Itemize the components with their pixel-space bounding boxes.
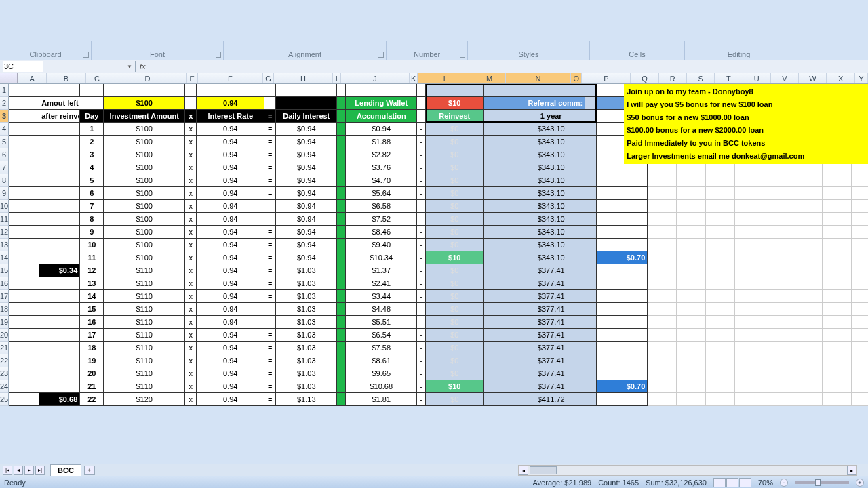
- cell[interactable]: [793, 290, 823, 303]
- cell[interactable]: [80, 97, 104, 110]
- cell[interactable]: [648, 316, 677, 329]
- cell[interactable]: x: [185, 136, 197, 148]
- cell[interactable]: x: [185, 290, 197, 303]
- cell[interactable]: 0.94: [197, 174, 264, 187]
- cell[interactable]: $100: [104, 97, 185, 110]
- cell[interactable]: [597, 174, 648, 187]
- dialog-launcher-icon[interactable]: [460, 52, 465, 58]
- cell[interactable]: [735, 239, 764, 251]
- cell[interactable]: [677, 200, 706, 213]
- cell[interactable]: $0.94: [276, 161, 337, 174]
- cell[interactable]: [585, 380, 597, 393]
- cell[interactable]: [484, 354, 517, 367]
- cell[interactable]: [9, 187, 39, 200]
- cell[interactable]: =: [264, 123, 276, 136]
- cell[interactable]: $0.94: [276, 213, 337, 226]
- cell[interactable]: [337, 97, 346, 110]
- cell[interactable]: [484, 329, 517, 342]
- cell[interactable]: [585, 161, 597, 174]
- fx-icon[interactable]: fx: [140, 62, 146, 70]
- row-header[interactable]: 3: [0, 110, 9, 123]
- cell[interactable]: [39, 342, 80, 354]
- cell[interactable]: [39, 316, 80, 329]
- view-break-icon[interactable]: [739, 478, 751, 487]
- cell[interactable]: $377.41: [517, 316, 585, 329]
- cell[interactable]: [706, 380, 735, 393]
- cell[interactable]: [735, 277, 764, 290]
- cell[interactable]: [823, 174, 852, 187]
- cell[interactable]: [337, 187, 346, 200]
- column-header[interactable]: S: [687, 73, 715, 83]
- cell[interactable]: [337, 136, 346, 148]
- cell[interactable]: $6.58: [346, 200, 417, 213]
- cell[interactable]: [793, 174, 823, 187]
- cell[interactable]: 16: [80, 316, 104, 329]
- cell[interactable]: [39, 367, 80, 380]
- cell[interactable]: 0.94: [197, 329, 264, 342]
- cell[interactable]: x: [185, 239, 197, 251]
- cell[interactable]: $1.03: [276, 329, 337, 342]
- cell[interactable]: [39, 303, 80, 316]
- cell[interactable]: -: [417, 174, 426, 187]
- cell[interactable]: [585, 329, 597, 342]
- cell[interactable]: [764, 213, 793, 226]
- cell[interactable]: [852, 239, 868, 251]
- cell[interactable]: [706, 226, 735, 239]
- zoom-slider[interactable]: [795, 481, 849, 484]
- cell[interactable]: [677, 277, 706, 290]
- cell[interactable]: [677, 380, 706, 393]
- cell[interactable]: 0.94: [197, 213, 264, 226]
- cell[interactable]: [9, 380, 39, 393]
- cell[interactable]: [735, 264, 764, 277]
- row-header[interactable]: 10: [0, 200, 9, 213]
- cell[interactable]: [597, 303, 648, 316]
- row-header[interactable]: 17: [0, 290, 9, 303]
- cell[interactable]: [585, 316, 597, 329]
- row-header[interactable]: 19: [0, 316, 9, 329]
- cell[interactable]: $100: [104, 148, 185, 161]
- cell[interactable]: -: [417, 342, 426, 354]
- cell[interactable]: $377.41: [517, 342, 585, 354]
- cell[interactable]: [9, 174, 39, 187]
- cell[interactable]: [185, 84, 197, 97]
- cell[interactable]: [648, 200, 677, 213]
- cell[interactable]: 0.94: [197, 97, 264, 110]
- cell[interactable]: [648, 277, 677, 290]
- cell[interactable]: [735, 251, 764, 264]
- row-header[interactable]: 11: [0, 213, 9, 226]
- cell[interactable]: $0: [426, 148, 484, 161]
- cell[interactable]: $0.94: [276, 136, 337, 148]
- cell[interactable]: $0: [426, 239, 484, 251]
- cell[interactable]: [337, 200, 346, 213]
- cell[interactable]: [104, 84, 185, 97]
- cell[interactable]: [484, 136, 517, 148]
- cell[interactable]: [648, 367, 677, 380]
- cell[interactable]: $0: [426, 290, 484, 303]
- cell[interactable]: -: [417, 123, 426, 136]
- cell[interactable]: $377.41: [517, 367, 585, 380]
- cell[interactable]: [648, 251, 677, 264]
- cell[interactable]: x: [185, 380, 197, 393]
- cell[interactable]: [648, 393, 677, 406]
- cell[interactable]: $0.94: [276, 123, 337, 136]
- cell[interactable]: 10: [80, 239, 104, 251]
- cell[interactable]: $100: [104, 136, 185, 148]
- cell[interactable]: [706, 187, 735, 200]
- cell[interactable]: [585, 110, 597, 123]
- cell[interactable]: [80, 84, 104, 97]
- cell[interactable]: -: [417, 393, 426, 406]
- cell[interactable]: -: [417, 161, 426, 174]
- cell[interactable]: [764, 354, 793, 367]
- cell[interactable]: [39, 354, 80, 367]
- cell[interactable]: x: [185, 277, 197, 290]
- cell[interactable]: [484, 251, 517, 264]
- cell[interactable]: Referral comm:: [517, 97, 585, 110]
- cell[interactable]: [585, 239, 597, 251]
- cell[interactable]: [9, 290, 39, 303]
- row-header[interactable]: 16: [0, 277, 9, 290]
- cell[interactable]: [585, 393, 597, 406]
- scroll-thumb[interactable]: [530, 466, 557, 474]
- cell[interactable]: [417, 110, 426, 123]
- cell[interactable]: [276, 97, 337, 110]
- cell[interactable]: [852, 316, 868, 329]
